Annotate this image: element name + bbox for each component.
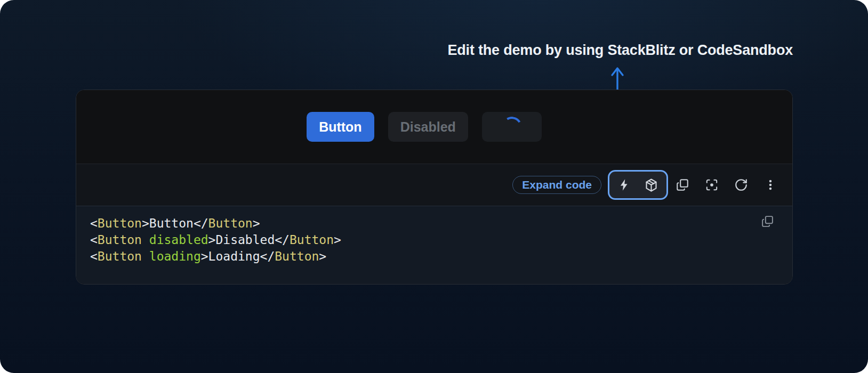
code-token: Button — [98, 249, 142, 263]
code-token: Loading — [208, 249, 260, 263]
code-token: Button — [98, 233, 142, 247]
annotation-text: Edit the demo by using StackBlitz or Cod… — [448, 42, 793, 59]
copy-icon — [676, 178, 689, 192]
code-token: Button — [149, 216, 194, 230]
loading-button[interactable] — [482, 112, 542, 142]
code-token: disabled — [149, 233, 208, 247]
online-editor-group — [608, 170, 668, 200]
code-token: Button — [290, 233, 334, 247]
primary-button[interactable]: Button — [307, 112, 374, 142]
kebab-icon — [763, 178, 777, 192]
code-token: </ — [194, 216, 208, 230]
stackblitz-button[interactable] — [617, 178, 631, 192]
code-token: Disabled — [215, 233, 275, 247]
copy-icon — [761, 215, 774, 228]
page-background: Edit the demo by using StackBlitz or Cod… — [0, 0, 868, 373]
codesandbox-button[interactable] — [644, 178, 658, 192]
loading-spinner-icon — [500, 115, 524, 139]
demo-toolbar: Expand code — [76, 164, 792, 206]
code-token: > — [208, 233, 216, 247]
code-token: > — [334, 233, 341, 247]
code-token: </ — [260, 249, 275, 263]
toolbar-icon-row — [676, 178, 777, 192]
code-token — [142, 233, 149, 247]
code-token: Button — [208, 216, 253, 230]
code-token: loading — [149, 249, 201, 263]
copy-code-button[interactable] — [676, 178, 689, 192]
code-token: > — [319, 249, 326, 263]
code-block: <Button>Button</Button><Button disabled>… — [76, 206, 792, 284]
code-token: > — [201, 249, 208, 263]
disabled-button[interactable]: Disabled — [388, 112, 468, 142]
more-options-button[interactable] — [763, 178, 777, 192]
code-token — [142, 249, 149, 263]
code-token: Button — [98, 216, 142, 230]
code-copy-button[interactable] — [761, 215, 774, 228]
refresh-icon — [734, 178, 748, 192]
code-token: > — [253, 216, 260, 230]
code-token: < — [90, 249, 98, 263]
code-token: < — [90, 233, 98, 247]
scan-icon — [705, 178, 719, 192]
code-token: < — [90, 216, 98, 230]
demo-card: Button Disabled Expand code — [76, 90, 793, 285]
arrowhead — [612, 68, 623, 75]
refresh-button[interactable] — [734, 178, 748, 192]
expand-code-button[interactable]: Expand code — [512, 176, 601, 194]
code-line: <Button>Button</Button> — [90, 215, 792, 232]
demo-button-row: Button Disabled — [307, 112, 542, 142]
code-line: <Button disabled>Disabled</Button> — [90, 232, 792, 248]
code-token: </ — [275, 233, 290, 247]
demo-preview: Button Disabled — [76, 90, 792, 164]
focus-center-button[interactable] — [705, 178, 719, 192]
code-token: > — [142, 216, 149, 230]
code-token: Button — [275, 249, 319, 263]
lightning-icon — [617, 178, 631, 192]
code-line: <Button loading>Loading</Button> — [90, 248, 792, 265]
code-lines: <Button>Button</Button><Button disabled>… — [90, 215, 792, 265]
codesandbox-icon — [644, 178, 658, 192]
